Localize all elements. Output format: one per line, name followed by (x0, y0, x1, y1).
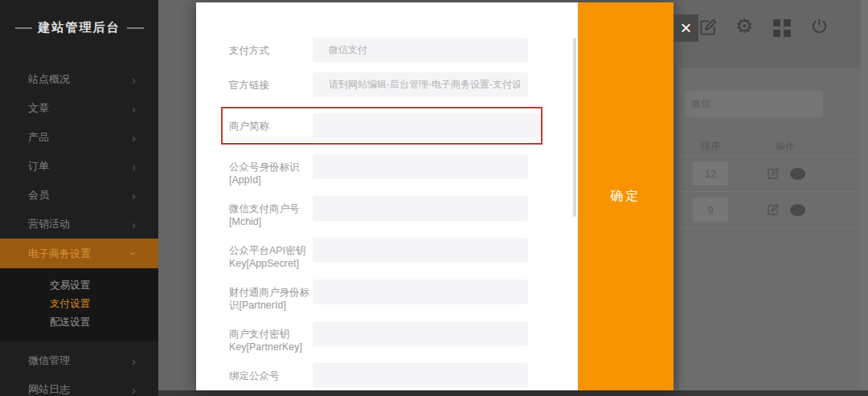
sidebar-item-label: 电子商务设置 (28, 247, 91, 261)
sidebar-subitem-label: 支付设置 (50, 298, 90, 309)
bottom-band (158, 390, 868, 396)
sidebar-item-label: 产品 (28, 130, 49, 145)
chevron-right-icon: › (132, 74, 136, 86)
field-label: 绑定公众号 (229, 363, 313, 388)
table-body (679, 156, 861, 228)
sidebar-subitem[interactable]: 支付设置 (0, 295, 158, 313)
field-input[interactable] (313, 280, 528, 304)
sidebar-item-label: 营销活动 (28, 217, 70, 231)
form-row: 官方链接 (196, 72, 578, 97)
sidebar-item-label: 微信管理 (28, 353, 70, 368)
sidebar-item-label: 站点概况 (28, 72, 70, 87)
field-input[interactable] (313, 321, 528, 346)
form-row: 公众平台API密钥 Key[AppSecret] (196, 238, 578, 270)
chevron-right-icon: › (132, 132, 136, 144)
sort-input[interactable] (693, 198, 728, 222)
sidebar-item[interactable]: 订单 › (0, 152, 158, 181)
chevron-right-icon: › (132, 103, 136, 115)
gear-icon[interactable]: ⚙ (735, 14, 753, 38)
field-input[interactable] (313, 196, 528, 221)
sidebar-item-label: 文章 (28, 101, 49, 116)
sidebar-item[interactable]: 产品 › (0, 123, 158, 152)
sidebar-item[interactable]: 文章 › (0, 94, 158, 123)
form-row: 微信支付商户号 [Mchid] (196, 196, 578, 228)
sort-input[interactable] (693, 161, 728, 186)
sidebar: 建站管理后台 站点概况 › 文章 › 产品 › (0, 0, 158, 396)
edit-icon[interactable] (698, 17, 719, 41)
sidebar-item-label: 网站日志 (28, 382, 70, 396)
chevron-right-icon: › (132, 190, 136, 202)
field-input[interactable] (313, 238, 528, 263)
confirm-button[interactable]: 确定 (578, 2, 674, 390)
sidebar-subitem[interactable]: 交易设置 (0, 276, 158, 295)
form-row: 绑定公众号 (196, 363, 578, 388)
sidebar-subitem-label: 配送设置 (50, 316, 90, 328)
chevron-down-icon: › (128, 251, 140, 255)
field-input[interactable] (313, 113, 541, 138)
sidebar-item[interactable]: 网站日志 › (0, 375, 158, 396)
field-label: 财付通商户身份标 识[PartnerId] (229, 280, 313, 312)
page-scrollbar[interactable] (861, 0, 868, 390)
close-button[interactable]: × (674, 14, 698, 42)
table-header-row: 排序 操作 (679, 138, 861, 156)
column-header-actions: 操作 (776, 140, 795, 153)
form-row: 商户简称 (221, 107, 542, 145)
field-label: 微信支付商户号 [Mchid] (229, 196, 313, 228)
filter-input[interactable] (685, 91, 823, 117)
field-input[interactable] (313, 72, 528, 97)
modal-scrollbar[interactable] (573, 38, 576, 217)
edit-icon[interactable] (766, 166, 780, 181)
form-row: 公众号身份标识 [AppId] (196, 154, 578, 186)
power-icon[interactable] (810, 17, 829, 39)
field-input[interactable] (313, 38, 528, 63)
field-label: 官方链接 (229, 72, 313, 97)
field-label: 商户简称 (229, 113, 313, 138)
sidebar-item[interactable]: 营销活动 › (0, 210, 158, 239)
sidebar-menu-bottom: 微信管理 › 网站日志 › (0, 346, 158, 396)
sidebar-subitem-label: 交易设置 (50, 280, 90, 291)
form-row: 商户支付密钥 Key[PartnerKey] (196, 321, 578, 353)
form-row: 财付通商户身份标 识[PartnerId] (196, 280, 578, 312)
sidebar-item[interactable]: 会员 › (0, 181, 158, 210)
modal-form-area: 支付方式 官方链接 商户简称 (196, 2, 578, 390)
title-dash (15, 27, 32, 29)
field-label: 公众号身份标识 [AppId] (229, 154, 313, 186)
field-label: 支付方式 (229, 38, 313, 63)
background-table-panel: 排序 操作 (679, 68, 861, 390)
toggle-icon[interactable] (790, 204, 805, 216)
chevron-right-icon: › (132, 218, 136, 231)
field-label: 商户支付密钥 Key[PartnerKey] (229, 321, 313, 353)
sidebar-item-ecommerce-settings[interactable]: 电子商务设置 › (0, 239, 158, 268)
table-row (679, 192, 861, 228)
table-row (679, 156, 861, 192)
app-title: 建站管理后台 (39, 20, 121, 35)
grid-icon[interactable] (773, 19, 791, 37)
chevron-right-icon: › (132, 161, 136, 173)
form-row: 支付方式 (196, 38, 578, 63)
edit-icon[interactable] (766, 202, 780, 217)
column-header-sort: 排序 (701, 140, 720, 153)
app-root: 建站管理后台 站点概况 › 文章 › 产品 › (0, 0, 868, 396)
sidebar-item-label: 订单 (28, 159, 49, 174)
chevron-right-icon: › (132, 384, 136, 396)
toggle-icon[interactable] (790, 168, 805, 180)
sidebar-item[interactable]: 站点概况 › (0, 65, 158, 94)
payment-settings-modal: 支付方式 官方链接 商户简称 (196, 2, 674, 390)
sidebar-item[interactable]: 微信管理 › (0, 346, 158, 375)
field-input[interactable] (313, 154, 528, 179)
sidebar-menu-top: 站点概况 › 文章 › 产品 › 订单 › (0, 65, 158, 239)
sidebar-subitem[interactable]: 配送设置 (0, 313, 158, 332)
title-dash (127, 27, 144, 29)
field-input[interactable] (313, 363, 528, 388)
field-label: 公众平台API密钥 Key[AppSecret] (229, 238, 313, 270)
sidebar-item-label: 会员 (28, 188, 49, 202)
sidebar-title: 建站管理后台 (0, 17, 158, 39)
chevron-right-icon: › (132, 355, 136, 367)
sidebar-submenu: 交易设置 支付设置 配送设置 (0, 268, 158, 341)
